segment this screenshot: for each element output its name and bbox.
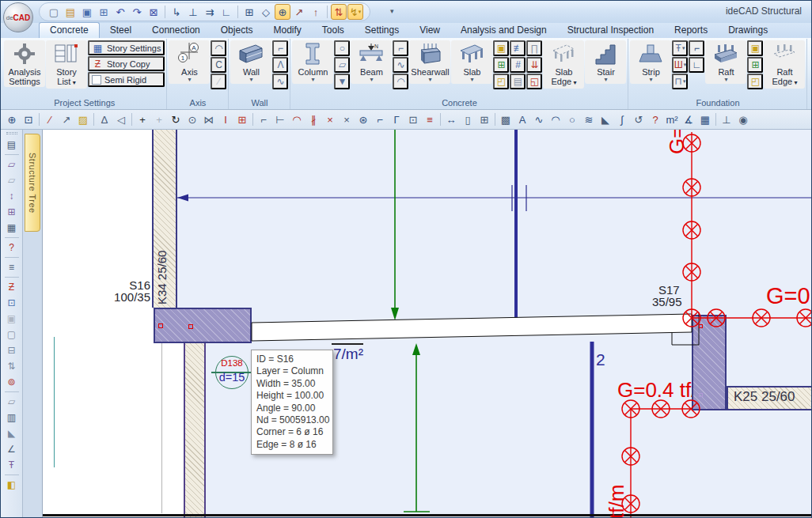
mirror-button[interactable]: ⋈ [201, 112, 217, 127]
pin-button[interactable]: Ŧ [4, 458, 20, 472]
polyline-button[interactable]: ∿ [531, 112, 547, 127]
tab-structural-inspection[interactable]: Structural Inspection [557, 23, 664, 38]
pile-cap-button[interactable]: ⊓▾ [672, 74, 688, 89]
corner-wall-button[interactable]: ⌐ [272, 40, 288, 56]
column-s16[interactable] [154, 308, 252, 343]
offset-button[interactable]: ▢ [4, 327, 20, 342]
object-query-button[interactable]: ? [647, 112, 663, 127]
section-view-button[interactable]: ▯ [460, 112, 476, 127]
hatch-ramp-button[interactable]: ◣ [598, 112, 613, 127]
measure-button[interactable]: ∕ [42, 112, 58, 127]
polygonal-column-button[interactable]: ▱ [334, 57, 350, 73]
raft-button[interactable]: Raft▾ [705, 40, 746, 84]
single-footing-button[interactable]: Ŧ▾ [672, 40, 688, 56]
raft-opening-button[interactable]: ▣ [747, 40, 763, 56]
corner-join-2-button[interactable]: Γ [389, 112, 404, 127]
ramp-slab-button[interactable]: ▤ [510, 74, 526, 89]
story-copy-button[interactable]: ƵStory Copy [88, 56, 165, 71]
report-button[interactable]: ≡ [4, 260, 20, 274]
quick-analyze-button[interactable]: ↯▾ [347, 4, 363, 20]
move-button[interactable]: + [135, 112, 150, 127]
tab-objects[interactable]: Objects [211, 23, 264, 38]
column-button[interactable]: Column▾ [292, 40, 333, 84]
raft-region-button[interactable]: ◰ [747, 74, 763, 89]
area-mm2-button[interactable]: ▦ [697, 112, 713, 127]
stretch-objects-button[interactable]: ↕ [4, 189, 20, 203]
break-button[interactable]: × [322, 112, 338, 127]
intersect-button[interactable]: ⊛ [355, 112, 371, 127]
zoom-window-button[interactable]: ⊡ [21, 112, 36, 127]
revision-cloud-button[interactable]: ≋ [581, 112, 597, 127]
extend-button[interactable]: ⊢ [272, 112, 288, 127]
analysis-settings-button[interactable]: Analysis Settings [4, 40, 45, 87]
story-copy-button[interactable]: Ƶ [4, 280, 20, 294]
snap-corner-button[interactable]: ∟ [218, 4, 234, 20]
semi-rigid-button[interactable]: Semi Rigid [88, 72, 165, 87]
shearwall-button[interactable]: Shearwall▾ [409, 40, 450, 84]
section-button[interactable]: ▥ [4, 410, 20, 425]
add-selection-button[interactable]: ⊞ [4, 205, 20, 219]
checkbox-icon[interactable] [92, 75, 101, 85]
new-file-button[interactable]: ▢ [46, 4, 62, 20]
beam-button[interactable]: NBeam▾ [351, 40, 392, 84]
snap-grid-button[interactable]: ⊞ [241, 4, 257, 20]
fillet-button[interactable]: ◠ [289, 112, 305, 127]
circular-array-button[interactable]: ⊚ [4, 375, 20, 389]
slab-hatch-button[interactable]: # [510, 57, 526, 73]
slab-edge-button[interactable]: Slab Edge ▾ [543, 40, 584, 89]
ortho-mode-button[interactable]: ⇅ [331, 4, 347, 20]
drawing-canvas[interactable]: G=0.4 tf/ [42, 130, 811, 518]
strip-polygon-button[interactable]: ∟ [689, 57, 704, 73]
group-button[interactable]: ⊟ [4, 343, 20, 357]
selection-handle[interactable] [699, 393, 703, 397]
slab-opening-button[interactable]: ▣ [493, 40, 509, 56]
pile-button[interactable]: Ш▾ [672, 57, 688, 73]
corner-join-button[interactable]: ⌐ [372, 112, 388, 127]
tab-steel[interactable]: Steel [100, 23, 142, 38]
rotate-copy-button[interactable]: ⊙ [184, 112, 200, 127]
properties-editor-button[interactable]: ▤ [4, 138, 20, 152]
paste-button[interactable]: ▣ [4, 312, 20, 326]
move-objects-button[interactable]: ▱ [4, 157, 20, 172]
story-settings-button[interactable]: ▦Story Settings [88, 40, 165, 55]
protractor-button[interactable]: ◁ [113, 112, 129, 127]
snap-perpendicular-button[interactable]: ⊥ [185, 4, 201, 20]
array-button[interactable]: ⊞ [234, 112, 250, 127]
undo-button[interactable]: ↶ [112, 4, 128, 20]
snap-node-button[interactable]: ↳ [169, 4, 184, 20]
break-at-point-button[interactable]: × [339, 112, 355, 127]
copy-button[interactable]: ⊡ [4, 296, 20, 310]
snap-polygon-button[interactable]: ◇ [258, 4, 274, 20]
circle-button[interactable]: ○ [564, 112, 580, 127]
slab-button[interactable]: Slab▾ [451, 40, 492, 84]
arc-button[interactable]: ◠ [548, 112, 563, 127]
save-all-button[interactable]: ⊞ [96, 4, 112, 20]
slab-direction-button[interactable]: ⊞ [493, 57, 509, 73]
save-button[interactable]: ▣ [79, 4, 95, 20]
toolbar-grip[interactable] [6, 132, 17, 134]
arc-beam-button[interactable]: ◠ [393, 74, 408, 89]
tab-modify[interactable]: Modify [263, 23, 311, 38]
rotate-button[interactable]: ↻ [168, 112, 184, 127]
snap-point-button[interactable]: ↗ [291, 4, 307, 20]
stair-slab-button[interactable]: ⇊ [526, 57, 542, 73]
selection-handle[interactable] [699, 324, 703, 328]
rotate-view-button[interactable]: ↺ [631, 112, 647, 127]
trim-button[interactable]: ⌐ [256, 112, 271, 127]
selection-handle[interactable] [158, 323, 163, 328]
stair-button[interactable]: Stair▾ [585, 40, 626, 84]
cancel-view-button[interactable]: ⊠ [146, 4, 161, 20]
strip-foundation-button[interactable]: Strip▾ [630, 40, 671, 84]
qat-overflow-button[interactable]: ▾ [390, 7, 394, 15]
select-by-grid-button[interactable]: ▦ [4, 221, 20, 235]
story-list-button[interactable]: Story List ▾ [46, 40, 87, 89]
polyline-wall-button[interactable]: Λ [272, 57, 288, 73]
line-axis-button[interactable]: ∕ [211, 74, 226, 89]
corner-beam-button[interactable]: ⌐ [393, 40, 408, 56]
copy-objects-button[interactable]: ▱ [4, 173, 20, 187]
ramp-button[interactable]: ◣ [4, 426, 20, 440]
open-file-button[interactable]: ▤ [63, 4, 78, 20]
inclined-slab-button[interactable]: ≢ [510, 40, 526, 56]
arc-axis-3pt-button[interactable]: ◠ [211, 40, 226, 56]
app-menu-button[interactable]: deCAD [3, 2, 33, 32]
